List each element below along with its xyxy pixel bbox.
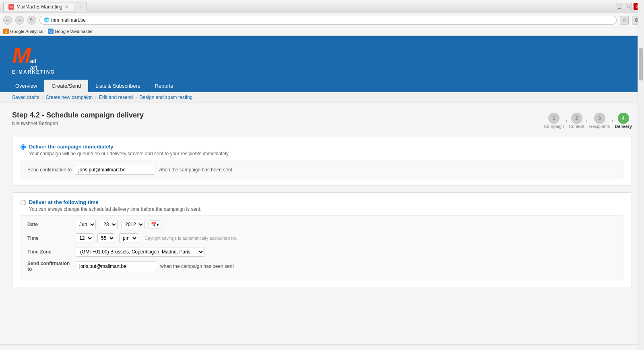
timezone-label: Time Zone — [27, 249, 72, 255]
bottom-bar: Send campaign immediately ▶ or go back — [0, 344, 644, 350]
scrollbar-thumb[interactable] — [639, 48, 643, 80]
minimize-btn[interactable]: _ — [616, 3, 623, 10]
step-label-4: Delivery — [615, 124, 632, 129]
main-nav: Overview Create/Send Lists & Subscribers… — [0, 80, 644, 92]
url-bar[interactable]: 🌐 mm.mailmart.be — [39, 16, 617, 25]
immediate-conf-email[interactable] — [75, 165, 155, 175]
scheduled-radio[interactable] — [21, 200, 26, 205]
url-text: mm.mailmart.be — [51, 17, 86, 23]
tab-overview[interactable]: Overview — [8, 80, 44, 92]
scheduled-option-content: Deliver at the following time You can al… — [29, 199, 201, 212]
browser-tab[interactable]: M MailMart E-Marketing ✕ — [3, 2, 73, 11]
main-content: Step 4.2 - Schedule campaign delivery Ni… — [0, 103, 644, 344]
analytics-icon: G — [3, 29, 9, 34]
scheduled-conf-row: Send confirmation to when the campaign h… — [27, 261, 617, 272]
scheduled-section: Deliver at the following time You can al… — [12, 192, 632, 287]
window-controls: _ □ ✕ — [616, 3, 641, 10]
back-button[interactable]: ← — [3, 16, 12, 25]
immediate-option-content: Deliver the campaign immediately Your ca… — [29, 144, 229, 156]
immediate-radio[interactable] — [21, 144, 26, 150]
tab-reports[interactable]: Reports — [147, 80, 180, 92]
scheduled-description: You can always change the scheduled deli… — [29, 206, 201, 212]
step-item-3: 3 Recipients — [589, 113, 610, 129]
timezone-row: Time Zone (GMT+01:00) Brussels, Copenhag… — [27, 247, 617, 257]
scheduled-form: Date Jun 23 2012 📅▾ Time 12 — [21, 215, 623, 280]
browser-chrome: M MailMart E-Marketing ✕ + _ □ ✕ ← → ↻ 🌐… — [0, 0, 644, 36]
page: M ail art E-MARKETING Overview Create/Se… — [0, 36, 644, 350]
subnav-edit-resend[interactable]: Edit and resend — [99, 95, 133, 100]
scheduled-conf-suffix: when the campaign has been sent — [160, 264, 234, 269]
site-header: M ail art E-MARKETING Overview Create/Se… — [0, 36, 644, 92]
immediate-conf-label: Send confirmation to — [27, 167, 72, 173]
step-header: Step 4.2 - Schedule campaign delivery Ni… — [12, 111, 632, 129]
step-info: Step 4.2 - Schedule campaign delivery Ni… — [12, 111, 144, 126]
time-ampm-select[interactable]: pm — [119, 233, 138, 243]
immediate-section: Deliver the campaign immediately Your ca… — [12, 137, 632, 186]
time-label: Time — [27, 235, 72, 241]
bookmark-analytics-label: Google Analytics — [10, 29, 43, 34]
forward-button[interactable]: → — [15, 16, 24, 25]
immediate-description: Your campaign will be queued on our deli… — [29, 151, 229, 156]
date-row: Date Jun 23 2012 📅▾ — [27, 220, 617, 229]
tab-close-btn[interactable]: ✕ — [65, 4, 68, 9]
time-hour-select[interactable]: 12 — [76, 233, 93, 243]
daylight-note: Daylight savings is automatically accoun… — [144, 236, 237, 241]
title-bar: M MailMart E-Marketing ✕ + _ □ ✕ — [0, 0, 644, 13]
bookmark-analytics[interactable]: G Google Analytics — [3, 29, 43, 34]
webmaster-icon: G — [48, 29, 54, 34]
tab-title: MailMart E-Marketing — [17, 4, 62, 10]
tab-lists-subscribers[interactable]: Lists & Subscribers — [88, 80, 147, 92]
tab-create-send[interactable]: Create/Send — [44, 80, 88, 92]
step-circle-1: 1 — [548, 113, 559, 124]
logo-m: M — [12, 44, 31, 67]
subnav-saved-drafts[interactable]: Saved drafts — [12, 95, 39, 100]
bookmarks-bar: G Google Analytics G Google Webmaster — [0, 27, 644, 36]
campaign-name: Nieuwsbrief Beringen — [12, 121, 144, 126]
logo-ail: ail — [30, 58, 37, 64]
star-button[interactable]: ☆ — [620, 16, 629, 25]
step-title: Step 4.2 - Schedule campaign delivery — [12, 111, 144, 119]
step-indicators: 1 Campaign › 2 Content › 3 Recipients — [544, 113, 632, 129]
timezone-select[interactable]: (GMT+01:00) Brussels, Copenhagen, Madrid… — [76, 247, 204, 257]
date-month-select[interactable]: Jun — [76, 220, 96, 229]
lock-icon: 🌐 — [44, 17, 50, 23]
sub-nav: Saved drafts › Create new campaign › Edi… — [0, 92, 644, 103]
scheduled-title[interactable]: Deliver at the following time — [29, 199, 201, 205]
logo-subtext: E-MARKETING — [12, 69, 55, 75]
scheduled-conf-email[interactable] — [76, 261, 156, 271]
scrollbar[interactable] — [638, 0, 644, 350]
step-circle-2: 2 — [571, 113, 582, 124]
subnav-design-spam[interactable]: Design and spam testing — [139, 95, 192, 100]
date-label: Date — [27, 222, 72, 227]
step-label-1: Campaign — [544, 124, 564, 129]
tab-favicon: M — [8, 4, 14, 10]
time-row: Time 12 55 pm Daylight savings is automa… — [27, 233, 617, 243]
refresh-button[interactable]: ↻ — [27, 16, 36, 25]
step-circle-3: 3 — [594, 113, 605, 124]
date-year-select[interactable]: 2012 — [122, 220, 144, 229]
step-item-1: 1 Campaign — [544, 113, 564, 129]
step-label-3: Recipients — [589, 124, 610, 129]
immediate-radio-option: Deliver the campaign immediately Your ca… — [21, 144, 623, 156]
subnav-create-campaign[interactable]: Create new campaign — [45, 95, 93, 100]
immediate-confirmation-row: Send confirmation to when the campaign h… — [21, 161, 623, 179]
immediate-conf-suffix: when the campaign has been sent — [159, 167, 232, 173]
header-top: M ail art E-MARKETING — [0, 36, 644, 75]
new-tab[interactable]: + — [75, 2, 87, 12]
step-arrow-1: › — [566, 118, 567, 124]
step-arrow-2: › — [586, 118, 588, 124]
scheduled-conf-label: Send confirmation to — [27, 261, 72, 272]
date-day-select[interactable]: 23 — [100, 220, 118, 229]
scheduled-radio-option: Deliver at the following time You can al… — [21, 199, 623, 212]
immediate-title[interactable]: Deliver the campaign immediately — [29, 144, 229, 150]
calendar-button[interactable]: 📅▾ — [149, 220, 161, 229]
bookmark-webmaster-label: Google Webmaster — [55, 29, 93, 34]
step-circle-4: 4 — [618, 113, 629, 124]
bookmark-webmaster[interactable]: G Google Webmaster — [48, 29, 93, 34]
maximize-btn[interactable]: □ — [625, 3, 632, 10]
time-min-select[interactable]: 55 — [97, 233, 115, 243]
step-item-2: 2 Content — [569, 113, 584, 129]
step-label-2: Content — [569, 124, 584, 129]
nav-bar: ← → ↻ 🌐 mm.mailmart.be ☆ ⚙ — [0, 13, 644, 27]
step-item-4: 4 Delivery — [615, 113, 632, 129]
